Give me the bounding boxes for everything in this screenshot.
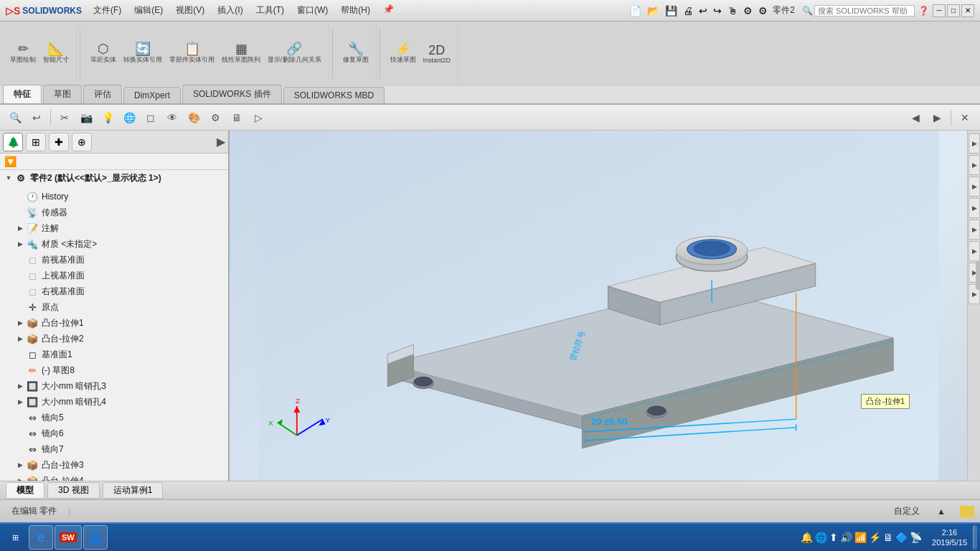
more-button[interactable]: ▷ — [249, 108, 268, 127]
panel-tab-tree[interactable]: 🌲 — [3, 133, 23, 151]
feature-tree[interactable]: 🕐 History 📡 传感器 ▶ 📝 注解 ▶ 🔩 材质 <未指定> — [0, 186, 228, 481]
tab-model[interactable]: 模型 — [6, 482, 44, 499]
panel-tab-circle[interactable]: ⊕ — [72, 133, 92, 151]
menu-edit[interactable]: 编辑(E) — [128, 3, 169, 18]
tab-motion[interactable]: 运动算例1 — [103, 482, 164, 499]
tree-item-boss4[interactable]: ▶ 📦 凸台-拉伸4 — [0, 473, 228, 481]
menu-file[interactable]: 文件(F) — [88, 3, 127, 18]
convert-entity-button[interactable]: 🔄 转换实体引用 — [121, 41, 165, 66]
repair-sketch-button[interactable]: 🔧 修复草图 — [340, 41, 372, 66]
solidworks-taskbar-button[interactable]: SW — [55, 525, 82, 550]
tree-item-mirror6[interactable]: ⇔ 镜向6 — [0, 425, 228, 441]
options-icon[interactable]: ⚙ — [756, 4, 770, 17]
part-entity-button[interactable]: 📋 零部件实体引用 — [166, 41, 217, 66]
help-icon[interactable]: ❓ — [916, 5, 931, 17]
display-style-button[interactable]: ◻ — [141, 108, 160, 127]
tree-item-mirror5[interactable]: ⇔ 镜向5 — [0, 410, 228, 425]
rebuild-icon[interactable]: ⚙ — [741, 4, 755, 17]
hidden3-expand[interactable]: ▶ — [16, 382, 24, 390]
tree-item-material[interactable]: ▶ 🔩 材质 <未指定> — [0, 236, 228, 252]
hidden4-expand[interactable]: ▶ — [16, 397, 24, 406]
undo-icon[interactable]: ↩ — [697, 4, 710, 17]
tree-item-history[interactable]: 🕐 History — [0, 189, 228, 204]
print-icon[interactable]: 🖨 — [681, 4, 695, 17]
quick-sketch-button[interactable]: ⚡ 快速草图 — [387, 41, 419, 66]
prev-view-button[interactable]: ↩ — [27, 108, 46, 127]
clock[interactable]: 2:16 2019/5/15 — [928, 527, 971, 548]
boss4-expand[interactable]: ▶ — [16, 476, 24, 481]
right-btn-3[interactable]: ▶ — [969, 176, 980, 197]
tree-item-right-plane[interactable]: ◻ 右视基准面 — [0, 283, 228, 299]
maximize-button[interactable]: □ — [947, 4, 960, 17]
sketch-button[interactable]: ✏ 草图绘制 — [7, 41, 39, 66]
tree-item-hidden3[interactable]: ▶ 🔲 大小mm 暗销孔3 — [0, 378, 228, 394]
panel-tab-grid[interactable]: ⊞ — [26, 133, 46, 151]
cursor-icon[interactable]: 🖱 — [725, 4, 740, 17]
tray-icon-5[interactable]: 📶 — [854, 532, 867, 543]
tab-sw-plugin[interactable]: SOLIDWORKS 插件 — [182, 85, 282, 103]
root-expand[interactable]: ▼ — [4, 174, 13, 182]
annotations-expand[interactable]: ▶ — [16, 224, 24, 232]
tree-item-sketch8[interactable]: ✏ (-) 草图8 — [0, 362, 228, 378]
menu-pin[interactable]: 📌 — [377, 3, 400, 18]
user-taskbar-button[interactable]: 👤 — [83, 525, 108, 550]
tree-item-hidden4[interactable]: ▶ 🔲 大小mm 暗销孔4 — [0, 394, 228, 410]
camera-button[interactable]: 📷 — [77, 108, 95, 127]
tree-item-origin[interactable]: ✛ 原点 — [0, 299, 228, 315]
right-btn-2[interactable]: ▶ — [969, 155, 980, 175]
right-btn-6[interactable]: ▶ — [969, 241, 980, 261]
tree-item-boss1[interactable]: ▶ 📦 凸台-拉伸1 — [0, 315, 228, 331]
ie-button[interactable]: e — [29, 525, 53, 550]
3d-viewport[interactable]: Y Z X 凸台-拉伸1 20 ±0.50 管径符号 — [230, 131, 967, 481]
open-icon[interactable]: 📂 — [645, 4, 661, 17]
tab-sketch[interactable]: 草图 — [43, 85, 82, 103]
section-view-button[interactable]: ✂ — [55, 108, 74, 127]
appear-button[interactable]: 🎨 — [184, 108, 203, 127]
tree-item-annotations[interactable]: ▶ 📝 注解 — [0, 220, 228, 236]
panel-expand-arrow[interactable]: ▶ — [217, 135, 225, 149]
tab-feature[interactable]: 特征 — [3, 85, 42, 103]
linear-array-button[interactable]: ▦ 线性草图阵列 — [219, 41, 263, 66]
collapse-right[interactable]: ▶ — [928, 108, 946, 127]
menu-view[interactable]: 视图(V) — [170, 3, 210, 18]
boss1-expand[interactable]: ▶ — [16, 319, 24, 327]
tray-icon-8[interactable]: 🔷 — [895, 532, 908, 543]
new-icon[interactable]: 📄 — [627, 4, 644, 17]
tray-icon-2[interactable]: 🌐 — [815, 532, 827, 543]
tree-item-boss3[interactable]: ▶ 📦 凸台-拉伸3 — [0, 457, 228, 473]
material-expand[interactable]: ▶ — [16, 240, 24, 248]
tree-item-top-plane[interactable]: ◻ 上视基准面 — [0, 268, 228, 283]
tray-icon-1[interactable]: 🔔 — [801, 532, 813, 543]
tree-item-boss2[interactable]: ▶ 📦 凸台-拉伸2 — [0, 331, 228, 347]
offset-entity-button[interactable]: ⬡ 等距实体 — [88, 41, 119, 66]
tab-sw-mbd[interactable]: SOLIDWORKS MBD — [283, 87, 385, 103]
smart-dim-button[interactable]: 📐 智能尺寸 — [40, 41, 72, 66]
show-desktop-button[interactable] — [973, 525, 977, 550]
start-button[interactable]: ⊞ — [3, 525, 27, 550]
scene-button[interactable]: 🌐 — [120, 108, 138, 127]
light-button[interactable]: 💡 — [98, 108, 117, 127]
instant2d-button[interactable]: 2D Instant2D — [420, 41, 454, 66]
panel-tab-plus[interactable]: ✚ — [49, 133, 69, 151]
boss2-expand[interactable]: ▶ — [16, 334, 24, 343]
tree-item-baseface1[interactable]: ◻ 基准面1 — [0, 347, 228, 362]
tray-icon-9[interactable]: 📡 — [910, 532, 922, 543]
tray-icon-7[interactable]: 🖥 — [883, 532, 893, 543]
status-arrow[interactable]: ▲ — [931, 507, 951, 517]
tree-root[interactable]: ▼ ⚙ 零件2 (默认<<默认>_显示状态 1>) — [0, 170, 228, 186]
close-button[interactable]: ✕ — [961, 4, 974, 17]
hide-show-button[interactable]: 👁 — [163, 108, 182, 127]
collapse-left[interactable]: ◀ — [906, 108, 925, 127]
search-input[interactable] — [814, 5, 915, 17]
menu-insert[interactable]: 插入(I) — [212, 3, 248, 18]
tree-item-front-plane[interactable]: ◻ 前视基准面 — [0, 252, 228, 268]
tab-dimxpert[interactable]: DimXpert — [123, 87, 181, 103]
minimize-button[interactable]: ─ — [933, 4, 946, 17]
menu-help[interactable]: 帮助(H) — [335, 3, 376, 18]
show-delete-button[interactable]: 🔗 显示/删除几何关系 — [265, 41, 324, 66]
view-orient-button[interactable]: 🔍 — [6, 108, 24, 127]
monitor-button[interactable]: 🖥 — [227, 108, 246, 127]
right-btn-4[interactable]: ▶ — [969, 198, 980, 218]
tray-icon-3[interactable]: ⬆ — [829, 532, 838, 543]
tray-icon-4[interactable]: 🔊 — [840, 532, 852, 543]
